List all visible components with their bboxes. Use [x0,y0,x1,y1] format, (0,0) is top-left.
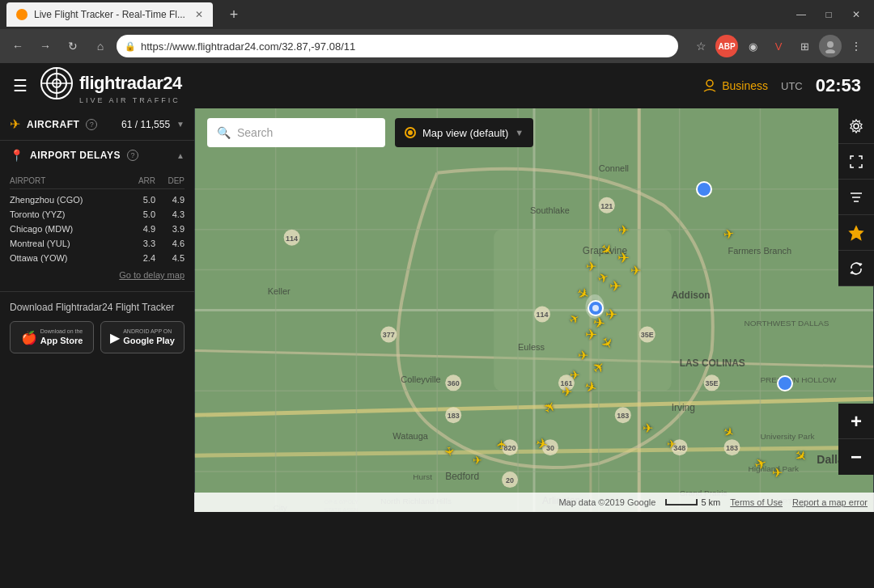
lock-icon: 🔒 [125,41,136,52]
bookmark-button[interactable]: ☆ [689,35,712,57]
plane-icon[interactable]: ✈ [473,454,482,467]
refresh-map-button[interactable] [838,251,874,286]
forward-button[interactable]: → [34,35,57,57]
ext3-button[interactable]: ⊞ [793,35,816,57]
scale-label: 5 km [701,497,720,507]
aircraft-count: 61 / 11,555 [121,119,170,130]
maximize-button[interactable]: □ [817,3,840,26]
plane-icon[interactable]: ✈ [585,326,597,344]
map-search-bar[interactable]: 🔍 Search [207,118,385,147]
table-row: Ottawa (YOW) 2.4 4.5 [10,251,185,265]
svg-point-88 [854,124,859,129]
plane-icon[interactable]: ✈ [570,368,580,383]
airport-info-icon[interactable]: ? [127,150,138,161]
adblock-button[interactable]: ABP [715,35,738,57]
col-header-arr: ARR [126,176,155,185]
svg-text:114: 114 [286,235,298,243]
report-map-error-link[interactable]: Report a map error [792,497,868,507]
airport-name: Chicago (MDW) [10,224,126,234]
window-controls: — □ ✕ [790,3,868,26]
airport-delays-header[interactable]: 📍 AIRPORT DELAYS ? ▲ [0,141,194,170]
map-view-selector[interactable]: Map view (default) ▼ [395,118,533,147]
utc-label: UTC [781,80,803,92]
plane-icon[interactable]: ✈ [667,438,677,451]
plane-icon[interactable]: ✈ [605,306,617,324]
svg-text:183: 183 [617,412,629,420]
ext1-button[interactable]: ◉ [741,35,764,57]
hamburger-menu-button[interactable]: ☰ [13,76,28,95]
tab-close-icon[interactable]: ✕ [195,9,203,20]
business-button[interactable]: Business [702,78,768,93]
plane-icon[interactable]: ✈ [643,421,653,436]
delay-map-link[interactable]: Go to delay map [10,265,185,285]
current-time: 02:53 [816,75,861,96]
fr24-header: ☰ flightradar24 LIVE AIR TRAFFIC [0,63,874,108]
aircraft-info-icon[interactable]: ? [86,119,97,130]
address-bar[interactable]: 🔒 https://www.flightradar24.com/32.87,-9… [117,35,678,57]
filter-button[interactable] [838,180,874,215]
search-icon: 🔍 [217,126,231,139]
plane-icon[interactable]: ✈ [586,259,596,274]
zoom-in-button[interactable]: + [838,404,874,439]
fr24-logo-subtitle: LIVE AIR TRAFFIC [79,96,180,104]
scale-bar [665,499,698,506]
arr-value: 3.3 [126,239,155,248]
col-header-dep: DEP [155,176,185,185]
svg-text:PRESTON HOLLOW: PRESTON HOLLOW [760,375,837,384]
svg-text:35E: 35E [706,379,719,387]
dep-value: 4.9 [155,195,185,205]
star-button[interactable] [838,215,874,251]
map-right-toolbar [838,108,874,286]
svg-text:121: 121 [600,202,613,210]
google-play-button[interactable]: ▶ ANDROID APP ON Google Play [100,321,185,353]
plane-icon[interactable]: ✈ [630,263,641,278]
fr24-logo-text: flightradar24 [79,73,182,94]
plane-icon[interactable]: ✈ [618,222,629,238]
map-area[interactable]: 114 377 114 121 35E 183 161 30 820 20 [194,108,874,512]
airport-name: Montreal (YUL) [10,239,126,248]
browser-tab[interactable]: Live Flight Tracker - Real-Time Fl... ✕ [6,2,213,27]
table-row: Zhengzhou (CGO) 5.0 4.9 [10,192,185,207]
dfw-airport-marker[interactable] [588,300,604,316]
svg-point-1 [825,49,835,53]
plane-icon[interactable]: ✈ [772,465,783,480]
airport-marker[interactable] [777,375,793,391]
svg-point-7 [706,80,713,87]
new-tab-button[interactable]: + [223,3,245,26]
plane-icon[interactable]: ✈ [617,249,630,267]
settings-button[interactable] [838,108,874,144]
minimize-button[interactable]: — [790,3,812,26]
sidebar: ✈ AIRCRAFT ? 61 / 11,555 ▼ 📍 AIRPORT DEL… [0,108,194,512]
plane-icon[interactable]: ✈ [494,439,509,450]
fr24-logo-main: flightradar24 [40,67,182,99]
close-button[interactable]: ✕ [845,3,868,26]
airport-circle [588,300,604,316]
menu-button[interactable]: ⋮ [845,35,868,57]
ext2-button[interactable]: V [767,35,790,57]
tab-favicon [16,9,28,20]
back-button[interactable]: ← [6,35,29,57]
plane-icon[interactable]: ✈ [609,277,622,295]
plane-icon[interactable]: ✈ [578,348,588,363]
aircraft-section-header[interactable]: ✈ AIRCRAFT ? 61 / 11,555 ▼ [0,108,194,140]
svg-text:360: 360 [448,379,460,387]
app-store-big-text: App Store [40,335,83,346]
svg-text:183: 183 [726,444,738,452]
filter-icon [848,189,864,205]
terms-of-use-link[interactable]: Terms of Use [730,497,783,507]
fullscreen-button[interactable] [838,144,874,180]
airport-chevron-icon: ▲ [176,151,185,160]
home-button[interactable]: ⌂ [89,35,112,57]
airport-marker[interactable] [696,181,712,197]
svg-text:Addison: Addison [672,290,711,301]
app-store-button[interactable]: 🍎 Download on the App Store [10,321,94,353]
plane-icon[interactable]: ✈ [562,384,572,400]
fullscreen-icon [848,154,864,170]
svg-text:NORTHWEST DALLAS: NORTHWEST DALLAS [744,319,829,328]
map-info-bar: Map data ©2019 Google 5 km Terms of Use … [194,493,874,512]
profile-button[interactable] [819,35,842,57]
refresh-button[interactable]: ↻ [62,35,84,57]
svg-point-0 [827,41,834,48]
zoom-out-button[interactable]: − [838,439,874,475]
dep-value: 4.3 [155,209,185,219]
